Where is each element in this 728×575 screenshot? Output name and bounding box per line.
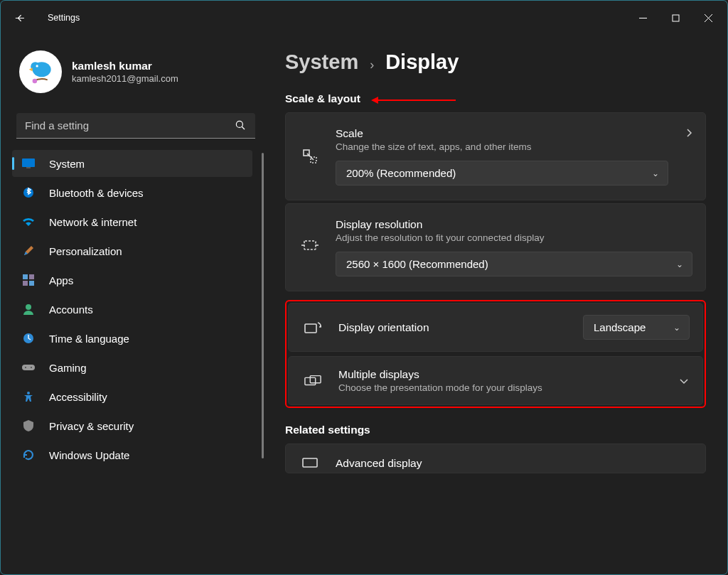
setting-title: Display orientation xyxy=(338,321,566,334)
section-heading-label: Scale & layout xyxy=(285,92,360,104)
setting-body: Display resolution Adjust the resolution… xyxy=(336,218,692,276)
sidebar-item-label: System xyxy=(49,158,85,170)
maximize-button[interactable] xyxy=(659,4,692,32)
resolution-icon xyxy=(301,240,318,251)
minimize-button[interactable] xyxy=(626,4,659,32)
setting-subtitle: Adjust the resolution to fit your connec… xyxy=(336,232,692,243)
shield-icon xyxy=(22,419,35,432)
section-heading-scale-layout: Scale & layout xyxy=(285,92,706,105)
sidebar-item-label: Bluetooth & devices xyxy=(49,187,144,199)
svg-rect-12 xyxy=(22,158,35,167)
person-icon xyxy=(22,303,35,316)
content-pane: System › Display Scale & layout Scale Ch… xyxy=(271,35,727,574)
accessibility-icon xyxy=(22,390,35,403)
window-controls xyxy=(626,4,724,32)
setting-multiple-displays[interactable]: Multiple displays Choose the presentatio… xyxy=(288,356,703,405)
setting-title: Display resolution xyxy=(336,218,692,231)
chevron-right-icon xyxy=(685,127,692,141)
chevron-down-icon: ⌄ xyxy=(652,168,659,178)
section-heading-related: Related settings xyxy=(285,424,706,436)
sidebar-item-privacy[interactable]: Privacy & security xyxy=(12,412,252,439)
setting-title: Scale xyxy=(336,127,668,140)
clock-globe-icon xyxy=(22,332,35,345)
setting-subtitle: Choose the presentation mode for your di… xyxy=(338,382,661,393)
setting-advanced-display[interactable]: Advanced display xyxy=(285,444,706,473)
sidebar-item-system[interactable]: System xyxy=(12,150,252,177)
svg-rect-17 xyxy=(23,281,28,286)
setting-title: Advanced display xyxy=(336,457,692,470)
svg-point-23 xyxy=(31,367,32,368)
orientation-icon xyxy=(304,321,321,334)
back-button[interactable] xyxy=(4,1,35,35)
sidebar-item-label: Accessibility xyxy=(49,391,107,403)
breadcrumb-parent[interactable]: System xyxy=(285,50,358,74)
minimize-icon xyxy=(639,14,647,22)
sidebar-item-label: Time & language xyxy=(49,333,129,345)
app-title: Settings xyxy=(48,13,80,23)
avatar xyxy=(19,50,62,93)
svg-rect-18 xyxy=(29,281,34,286)
sidebar-item-gaming[interactable]: Gaming xyxy=(12,354,252,381)
sidebar-item-apps[interactable]: Apps xyxy=(12,267,252,294)
card-right xyxy=(678,375,690,387)
search-wrap xyxy=(16,113,255,139)
svg-rect-29 xyxy=(305,324,316,333)
resolution-dropdown[interactable]: 2560 × 1600 (Recommended) ⌄ xyxy=(336,252,692,276)
sidebar-item-time-language[interactable]: Time & language xyxy=(12,325,252,352)
dropdown-value: Landscape xyxy=(594,321,646,333)
display-icon xyxy=(22,157,35,170)
setting-scale[interactable]: Scale Change the size of text, apps, and… xyxy=(285,112,706,200)
card-right xyxy=(685,127,692,141)
setting-orientation[interactable]: Display orientation Landscape ⌄ xyxy=(288,303,703,352)
sidebar-item-windows-update[interactable]: Windows Update xyxy=(12,441,252,468)
apps-grid-icon xyxy=(22,274,35,286)
sidebar-item-bluetooth[interactable]: Bluetooth & devices xyxy=(12,179,252,206)
user-card[interactable]: kamlesh kumar kamlesh2011@gmail.com xyxy=(12,42,259,106)
close-icon xyxy=(705,14,712,22)
orientation-dropdown[interactable]: Landscape ⌄ xyxy=(583,315,690,340)
breadcrumb-current: Display xyxy=(385,50,459,74)
setting-body: Scale Change the size of text, apps, and… xyxy=(336,127,668,186)
sidebar-item-label: Gaming xyxy=(49,362,87,374)
scrollbar[interactable] xyxy=(262,153,264,458)
sidebar-item-accounts[interactable]: Accounts xyxy=(12,296,252,323)
sidebar-item-accessibility[interactable]: Accessibility xyxy=(12,383,252,410)
sidebar-item-personalization[interactable]: Personalization xyxy=(12,237,252,264)
bluetooth-icon xyxy=(22,186,35,199)
dropdown-value: 2560 × 1600 (Recommended) xyxy=(346,258,488,270)
dropdown-value: 200% (Recommended) xyxy=(346,167,456,179)
setting-resolution[interactable]: Display resolution Adjust the resolution… xyxy=(285,203,706,291)
chevron-down-icon: ⌄ xyxy=(673,323,680,333)
svg-rect-16 xyxy=(29,274,34,279)
wifi-icon xyxy=(22,215,35,228)
sidebar-item-label: Windows Update xyxy=(49,449,129,461)
svg-line-11 xyxy=(242,127,245,129)
multiple-displays-icon xyxy=(304,375,321,387)
annotation-arrow xyxy=(378,100,456,101)
search-input[interactable] xyxy=(16,113,255,139)
annotation-highlight-box: Display orientation Landscape ⌄ Multiple… xyxy=(285,300,706,408)
chevron-down-icon xyxy=(678,375,690,387)
gamepad-icon xyxy=(22,361,35,374)
scale-dropdown[interactable]: 200% (Recommended) ⌄ xyxy=(336,161,668,186)
svg-point-9 xyxy=(33,79,38,84)
update-icon xyxy=(22,448,35,461)
svg-rect-26 xyxy=(304,241,316,249)
search-icon xyxy=(234,119,247,134)
arrow-left-icon xyxy=(14,12,26,24)
sidebar-item-network[interactable]: Network & internet xyxy=(12,208,252,235)
nav-list: System Bluetooth & devices Network & int… xyxy=(12,150,259,468)
close-button[interactable] xyxy=(692,4,724,32)
sidebar: kamlesh kumar kamlesh2011@gmail.com Syst… xyxy=(1,35,271,574)
svg-rect-13 xyxy=(26,167,31,168)
breadcrumb: System › Display xyxy=(285,50,706,74)
sidebar-item-label: Network & internet xyxy=(49,216,136,228)
sidebar-item-label: Accounts xyxy=(49,303,93,316)
user-name: kamlesh kumar xyxy=(72,60,178,72)
setting-title: Multiple displays xyxy=(338,368,661,381)
setting-body: Display orientation xyxy=(338,321,566,334)
svg-point-7 xyxy=(36,65,38,67)
scale-icon xyxy=(301,149,318,164)
sidebar-item-label: Privacy & security xyxy=(49,420,134,432)
user-email: kamlesh2011@gmail.com xyxy=(72,73,178,84)
